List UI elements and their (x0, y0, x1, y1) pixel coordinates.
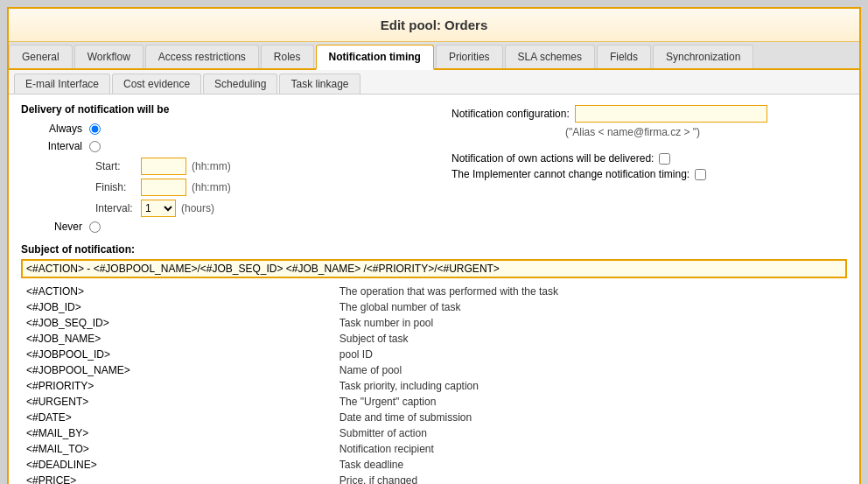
macro-row: <#JOBPOOL_ID>pool ID (21, 347, 847, 362)
alias-hint: ("Alias < name@firma.cz > ") (565, 126, 847, 138)
macro-row: <#JOB_ID>The global number of task (21, 299, 847, 315)
macro-name: <#DATE> (21, 410, 334, 425)
subject-input[interactable] (21, 259, 847, 278)
macro-desc: The global number of task (334, 299, 847, 315)
macro-row: <#MAIL_BY>Submitter of action (21, 425, 847, 441)
never-radio[interactable] (89, 221, 101, 233)
tab-fields[interactable]: Fields (597, 45, 651, 68)
hours-label: (hours) (181, 202, 214, 214)
macro-row: <#MAIL_TO>Notification recipient (21, 441, 847, 457)
tab-synchronization[interactable]: Synchronization (653, 45, 753, 68)
macro-row: <#PRICE>Price, if changed (21, 473, 847, 484)
macro-name: <#URGENT> (21, 394, 334, 410)
delivery-section: Delivery of notification will be Always … (21, 103, 847, 238)
macro-name: <#JOBPOOL_NAME> (21, 362, 334, 378)
macro-desc: Name of pool (334, 362, 847, 378)
macro-desc: Date and time of submission (334, 410, 847, 425)
interval-row: Interval (21, 140, 416, 152)
macro-row: <#JOB_SEQ_ID>Task number in pool (21, 315, 847, 331)
right-panel: Notification configuration: ("Alias < na… (452, 103, 847, 238)
never-row: Never (21, 221, 416, 233)
implementer-row: The Implementer cannot change notificati… (452, 168, 847, 180)
macro-name: <#JOB_ID> (21, 299, 334, 315)
interval-radio[interactable] (89, 141, 101, 152)
tab-notification-timing[interactable]: Notification timing (316, 45, 434, 70)
macro-table: <#ACTION>The operation that was performe… (21, 284, 847, 484)
macro-name: <#PRICE> (21, 473, 334, 484)
start-row: Start: (hh:mm) (95, 158, 416, 175)
title-bar: Edit pool: Orders (9, 9, 859, 42)
sub-tab-scheduling[interactable]: Scheduling (203, 74, 277, 94)
macro-row: <#DEADLINE>Task deadline (21, 457, 847, 473)
sub-tab-cost-evidence[interactable]: Cost evidence (112, 74, 201, 94)
never-label: Never (21, 221, 82, 233)
window-title: Edit pool: Orders (381, 18, 488, 32)
macro-row: <#ACTION>The operation that was performe… (21, 284, 847, 299)
delivery-label: Delivery of notification will be (21, 103, 416, 116)
implementer-label: The Implementer cannot change notificati… (452, 168, 690, 180)
macro-name: <#MAIL_BY> (21, 425, 334, 441)
tab-roles[interactable]: Roles (261, 45, 314, 68)
macro-name: <#JOB_SEQ_ID> (21, 315, 334, 331)
start-input[interactable] (141, 158, 186, 175)
content-area: Delivery of notification will be Always … (9, 95, 859, 484)
tab-general[interactable]: General (9, 45, 73, 68)
start-hhmm: (hh:mm) (192, 160, 231, 172)
macro-row: <#JOB_NAME>Subject of task (21, 331, 847, 347)
implementer-checkbox[interactable] (695, 169, 706, 180)
own-actions-checkbox[interactable] (659, 153, 670, 165)
macro-desc: Notification recipient (334, 441, 847, 457)
main-tabs: General Workflow Access restrictions Rol… (9, 42, 859, 70)
interval-radio-label: Interval (21, 140, 82, 152)
macro-name: <#DEADLINE> (21, 457, 334, 473)
macro-desc: Task deadline (334, 457, 847, 473)
always-row: Always (21, 123, 416, 135)
macro-row: <#URGENT>The "Urgent" caption (21, 394, 847, 410)
macro-desc: Price, if changed (334, 473, 847, 484)
macro-name: <#PRIORITY> (21, 378, 334, 394)
sub-tabs: E-mail Interface Cost evidence Schedulin… (9, 70, 859, 95)
notif-config-row: Notification configuration: (452, 105, 847, 123)
finish-input[interactable] (141, 179, 186, 196)
tab-priorities[interactable]: Priorities (436, 45, 503, 68)
macro-desc: pool ID (334, 347, 847, 362)
own-actions-row: Notification of own actions will be deli… (452, 152, 847, 165)
notif-config-input[interactable] (575, 105, 767, 123)
tab-access-restrictions[interactable]: Access restrictions (145, 45, 259, 68)
macro-row: <#JOBPOOL_NAME>Name of pool (21, 362, 847, 378)
always-label: Always (21, 123, 82, 135)
interval-field-label: Interval: (95, 202, 141, 214)
macro-desc: Subject of task (334, 331, 847, 347)
finish-hhmm: (hh:mm) (192, 181, 231, 193)
tab-sla-schemes[interactable]: SLA schemes (505, 45, 595, 68)
macro-desc: Task number in pool (334, 315, 847, 331)
own-actions-label: Notification of own actions will be deli… (452, 152, 654, 165)
macro-name: <#ACTION> (21, 284, 334, 299)
macro-desc: Submitter of action (334, 425, 847, 441)
left-panel: Delivery of notification will be Always … (21, 103, 416, 238)
finish-row: Finish: (hh:mm) (95, 179, 416, 196)
macro-name: <#JOBPOOL_ID> (21, 347, 334, 362)
sub-tab-task-linkage[interactable]: Task linkage (279, 74, 360, 94)
interval-select[interactable]: 1 2 4 8 (141, 200, 176, 217)
subject-label: Subject of notification: (21, 243, 847, 256)
outer-container: Edit pool: Orders General Workflow Acces… (0, 0, 868, 484)
always-radio[interactable] (89, 123, 101, 135)
interval-field-row: Interval: 1 2 4 8 (hours) (95, 200, 416, 217)
macro-row: <#PRIORITY>Task priority, including capt… (21, 378, 847, 394)
notif-config-label: Notification configuration: (452, 108, 570, 120)
macro-desc: The operation that was performed with th… (334, 284, 847, 299)
tab-workflow[interactable]: Workflow (74, 45, 144, 68)
finish-label: Finish: (95, 181, 141, 193)
macro-desc: The "Urgent" caption (334, 394, 847, 410)
sub-tab-email-interface[interactable]: E-mail Interface (14, 74, 110, 94)
start-label: Start: (95, 160, 141, 172)
macro-row: <#DATE>Date and time of submission (21, 410, 847, 425)
window: Edit pool: Orders General Workflow Acces… (7, 7, 861, 484)
macro-name: <#MAIL_TO> (21, 441, 334, 457)
macro-name: <#JOB_NAME> (21, 331, 334, 347)
macro-desc: Task priority, including caption (334, 378, 847, 394)
